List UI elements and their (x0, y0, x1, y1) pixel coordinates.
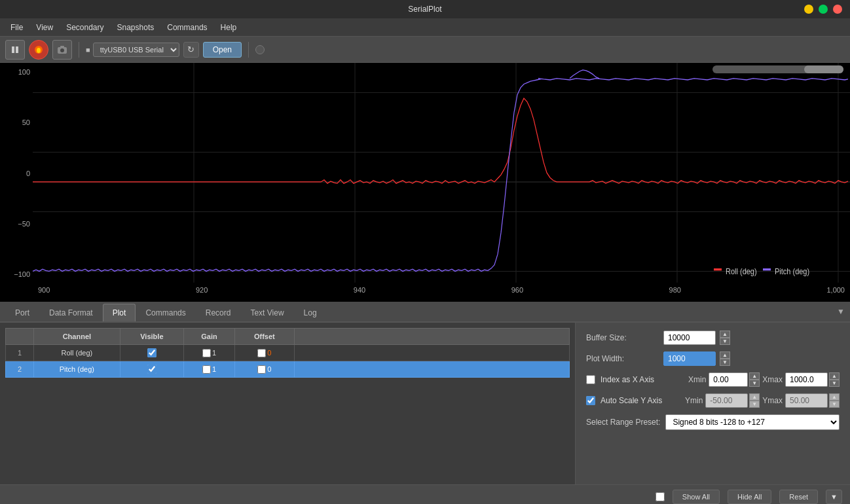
tab-log[interactable]: Log (294, 304, 327, 321)
ymax-up[interactable]: ▲ (829, 393, 840, 401)
hide-all-button[interactable]: Hide All (728, 490, 771, 504)
col-gain: Gain (184, 329, 235, 345)
xmax-input[interactable] (785, 372, 828, 387)
bottom-checkbox[interactable] (656, 492, 665, 501)
minimize-button[interactable] (804, 5, 813, 14)
row2-offset-checkbox[interactable] (257, 365, 266, 374)
buffer-size-label: Buffer Size: (586, 333, 658, 342)
svg-rect-0 (12, 46, 14, 53)
row2-gain: 1 (184, 361, 235, 378)
menu-secondary[interactable]: Secondary (61, 21, 109, 34)
row1-num: 1 (6, 345, 34, 361)
show-all-button[interactable]: Show All (673, 490, 720, 504)
channel-panel: Channel Visible Gain Offset 1 Roll (deg) (0, 323, 575, 484)
xmin-spinner: ▲ ▼ (749, 372, 760, 387)
camera-button[interactable] (52, 40, 72, 60)
svg-point-5 (60, 48, 64, 52)
plot-width-down[interactable]: ▼ (720, 359, 730, 366)
menu-view[interactable]: View (31, 21, 58, 34)
row1-offset: 0 (234, 345, 294, 361)
row1-offset-value: 0 (267, 349, 271, 357)
ymax-down[interactable]: ▼ (829, 401, 840, 408)
xmin-up[interactable]: ▲ (749, 372, 760, 380)
reset-button[interactable]: Reset (779, 490, 818, 504)
reset-dropdown-button[interactable]: ▼ (826, 490, 842, 504)
xmax-down[interactable]: ▼ (829, 380, 840, 387)
xmax-spinner: ▲ ▼ (829, 372, 840, 387)
xmin-down[interactable]: ▼ (749, 380, 760, 387)
plot-width-up[interactable]: ▲ (720, 351, 730, 359)
row2-extra (295, 361, 570, 378)
row2-offset: 0 (234, 361, 294, 378)
buffer-size-spinner: ▲ ▼ (720, 331, 730, 345)
buffer-size-input[interactable] (663, 331, 716, 345)
close-button[interactable] (833, 5, 842, 14)
ymin-up[interactable]: ▲ (749, 393, 760, 401)
svg-rect-18 (714, 268, 722, 270)
xmax-up[interactable]: ▲ (829, 372, 840, 380)
tab-plot[interactable]: Plot (103, 304, 136, 321)
menu-commands[interactable]: Commands (162, 21, 212, 34)
buffer-size-up[interactable]: ▲ (720, 331, 730, 338)
pause-button[interactable] (5, 40, 25, 60)
port-select[interactable]: ttyUSB0 USB Serial (93, 43, 179, 57)
menu-file[interactable]: File (5, 21, 28, 34)
plot-width-input[interactable] (663, 351, 716, 366)
row1-visible-checkbox[interactable] (147, 348, 157, 357)
range-preset-select[interactable]: Signed 8 bits -128 to +127 Unsigned 8 bi… (665, 414, 840, 430)
xmin-input[interactable] (709, 372, 748, 387)
tab-record[interactable]: Record (196, 304, 241, 321)
bottom-controls: Show All Hide All Reset ▼ (0, 484, 850, 504)
row2-name: Pitch (deg) (34, 361, 120, 378)
tab-port[interactable]: Port (5, 304, 39, 321)
index-xaxis-label: Index as X Axis (601, 375, 654, 384)
menu-help[interactable]: Help (215, 21, 242, 34)
svg-text:Roll (deg): Roll (deg) (726, 267, 757, 275)
tab-data-format[interactable]: Data Format (39, 304, 103, 321)
plot-width-row: Plot Width: ▲ ▼ (586, 351, 840, 366)
row2-visible-checkbox[interactable] (147, 365, 157, 374)
col-channel (6, 329, 34, 345)
ymin-input[interactable] (705, 393, 748, 408)
fire-button[interactable] (29, 40, 48, 60)
maximize-button[interactable] (819, 5, 828, 14)
ymax-input[interactable] (785, 393, 828, 408)
ymin-down[interactable]: ▼ (749, 401, 760, 408)
refresh-button[interactable]: ↻ (183, 42, 199, 58)
col-visible: Visible (120, 329, 184, 345)
xmin-label: Xmin (688, 375, 706, 384)
auto-scale-y-checkbox[interactable] (586, 396, 595, 405)
row1-offset-checkbox[interactable] (257, 349, 266, 357)
chart-svg: Roll (deg) Pitch (deg) (0, 63, 850, 302)
tab-overflow-arrow[interactable]: ▼ (837, 307, 845, 316)
row2-num: 2 (6, 361, 34, 378)
row2-gain-checkbox[interactable] (202, 365, 211, 374)
tab-commands[interactable]: Commands (136, 304, 195, 321)
svg-rect-1 (16, 46, 18, 53)
fire-icon (33, 45, 44, 55)
menu-snapshots[interactable]: Snapshots (112, 21, 160, 34)
xmax-label: Xmax (762, 375, 783, 384)
toolbar-separator-2 (248, 42, 249, 58)
index-xaxis-checkbox[interactable] (586, 375, 595, 384)
col-channel-name: Channel (34, 329, 120, 345)
row1-gain-checkbox[interactable] (202, 349, 211, 357)
menubar: File View Secondary Snapshots Commands H… (0, 18, 850, 37)
pause-icon (10, 45, 20, 54)
row1-visible (120, 345, 184, 361)
auto-scale-y-row: Auto Scale Y Axis Ymin ▲ ▼ Ymax ▲ ▼ (586, 393, 840, 408)
range-preset-row: Select Range Preset: Signed 8 bits -128 … (586, 414, 840, 430)
ymax-label: Ymax (762, 396, 783, 405)
buffer-size-down[interactable]: ▼ (720, 338, 730, 345)
plot-scrollbar[interactable] (712, 65, 843, 73)
titlebar: SerialPlot (0, 0, 850, 18)
auto-scale-y-check-group: Auto Scale Y Axis (586, 396, 662, 405)
row2-offset-value: 0 (267, 365, 271, 373)
app-title: SerialPlot (408, 5, 441, 14)
index-xaxis-row: Index as X Axis Xmin ▲ ▼ Xmax ▲ ▼ (586, 372, 840, 387)
range-preset-label: Select Range Preset: (586, 418, 660, 427)
open-button[interactable]: Open (203, 42, 242, 58)
channel-table: Channel Visible Gain Offset 1 Roll (deg) (5, 328, 570, 378)
tab-text-view[interactable]: Text View (240, 304, 293, 321)
scrollbar-thumb[interactable] (804, 65, 843, 73)
